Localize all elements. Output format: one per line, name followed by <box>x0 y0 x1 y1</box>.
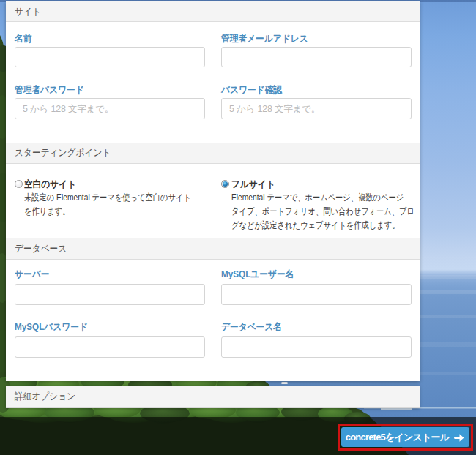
section-header-database: データベース <box>6 238 420 260</box>
install-form-panel: サイト 名前 管理者メールアドレス 管理者パスワード パスワード確認 スターティ… <box>6 1 420 381</box>
install-button-label: concrete5をインストール <box>346 431 449 444</box>
database-name-input[interactable] <box>221 336 412 358</box>
name-label: 名前 <box>15 33 194 44</box>
admin-email-label: 管理者メールアドレス <box>221 33 401 44</box>
mysql-password-input[interactable] <box>15 336 205 358</box>
mysql-user-label: MySQLユーザー名 <box>221 268 401 279</box>
section-header-starting-point: スターティングポイント <box>6 143 420 164</box>
section-title-site: サイト <box>15 5 41 18</box>
install-button[interactable]: concrete5をインストール <box>341 427 469 447</box>
mysql-password-label: MySQLパスワード <box>15 321 194 332</box>
section-title-starting-point: スターティングポイント <box>15 146 111 159</box>
section-title-database: データベース <box>15 242 67 255</box>
mysql-user-input[interactable] <box>221 284 412 305</box>
install-button-highlight-box: concrete5をインストール <box>338 424 473 451</box>
password-confirm-input[interactable] <box>221 98 412 119</box>
radio-full-site-description: Elemental テーマで、ホームページ、複数のページ タイプ、ポートフォリオ… <box>231 191 423 233</box>
arrow-right-icon <box>454 433 465 443</box>
password-confirm-label: パスワード確認 <box>221 84 401 95</box>
admin-email-input[interactable] <box>221 47 412 67</box>
section-header-advanced-options[interactable]: 詳細オプション <box>6 386 420 408</box>
radio-blank-site-label[interactable]: 空白のサイト <box>24 178 76 189</box>
server-input[interactable] <box>15 284 205 305</box>
admin-password-label: 管理者パスワード <box>15 84 194 95</box>
section-header-site: サイト <box>6 1 420 22</box>
database-name-label: データベース名 <box>221 321 401 332</box>
radio-blank-site[interactable] <box>15 180 23 188</box>
admin-password-input[interactable] <box>15 98 205 119</box>
radio-full-site[interactable] <box>221 180 229 188</box>
radio-blank-site-description: 未設定の Elemental テーマを使って空白のサイト を作ります。 <box>24 191 216 219</box>
radio-full-site-label[interactable]: フルサイト <box>231 178 275 189</box>
name-input[interactable] <box>15 47 205 67</box>
section-title-advanced-options: 詳細オプション <box>15 390 75 403</box>
server-label: サーバー <box>15 268 194 279</box>
